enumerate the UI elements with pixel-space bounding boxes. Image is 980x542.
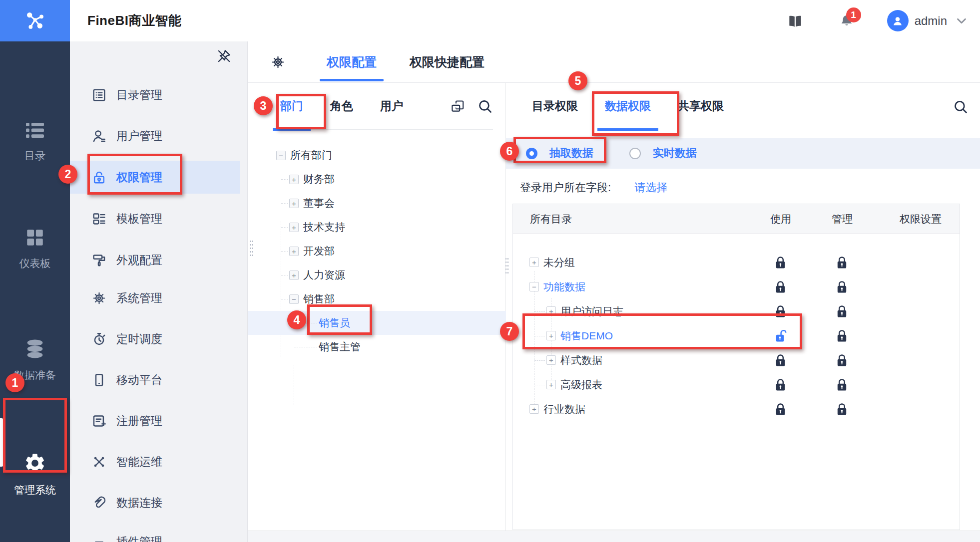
tree-expander-minus-icon[interactable]: − — [289, 294, 299, 304]
primary-nav-管理系统[interactable]: 管理系统 — [0, 452, 70, 497]
admin-menu-用户管理[interactable]: 用户管理 — [70, 119, 240, 152]
panel-resize-handle[interactable] — [505, 257, 509, 275]
admin-menu-数据连接[interactable]: 数据连接 — [70, 486, 240, 519]
tree-expander-plus-icon[interactable]: + — [289, 223, 299, 232]
lock-closed-icon[interactable] — [775, 280, 786, 293]
catalog-row-销售DEMO[interactable]: +销售DEMO — [513, 323, 960, 348]
book-icon[interactable] — [787, 13, 803, 29]
bell-icon[interactable]: 1 — [839, 13, 854, 28]
dept-tree-item-销售部[interactable]: −销售部 — [248, 287, 506, 311]
tree-item-label: 技术支持 — [303, 220, 345, 234]
admin-menu-注册管理[interactable]: 注册管理 — [70, 404, 240, 437]
dept-tree-item-人力资源[interactable]: +人力资源 — [248, 263, 506, 287]
admin-menu-插件管理[interactable]: 插件管理 — [70, 525, 240, 542]
tree-item-label: 销售员 — [319, 316, 350, 330]
admin-menu-外观配置[interactable]: 外观配置 — [70, 244, 240, 276]
lock-closed-icon[interactable] — [775, 378, 786, 391]
app-logo[interactable] — [0, 0, 70, 41]
mobile-icon — [91, 372, 107, 388]
admin-menu-目录管理[interactable]: 目录管理 — [70, 78, 240, 111]
search-icon[interactable] — [477, 98, 493, 114]
dept-tree-item-销售主管[interactable]: 销售主管 — [248, 335, 506, 359]
catalog-row-未分组[interactable]: +未分组 — [513, 250, 960, 274]
lock-closed-icon[interactable] — [775, 256, 786, 269]
tree-expander-plus-icon[interactable]: + — [289, 271, 299, 280]
grid-icon — [0, 227, 70, 248]
tree-expander-minus-icon[interactable]: − — [276, 151, 286, 160]
admin-menu-label: 注册管理 — [116, 413, 162, 429]
admin-menu-权限管理[interactable]: 权限管理 — [70, 161, 240, 194]
unlock-open-icon[interactable] — [775, 329, 788, 342]
catalog-row-高级报表[interactable]: +高级报表 — [513, 372, 960, 397]
radio-实时数据[interactable]: 实时数据 — [629, 146, 697, 161]
lock-closed-icon[interactable] — [837, 353, 847, 367]
lock-closed-icon[interactable] — [837, 280, 847, 293]
admin-menu-系统管理[interactable]: 系统管理 — [70, 281, 240, 314]
tree-connector — [534, 385, 545, 385]
chevron-down-icon[interactable] — [954, 13, 969, 28]
permission-tab-数据权限[interactable]: 数据权限 — [597, 83, 658, 130]
search-icon[interactable] — [953, 99, 969, 115]
dept-tree-item-所有部门[interactable]: −所有部门 — [248, 143, 506, 167]
lock-closed-icon[interactable] — [837, 256, 847, 269]
tree-connector — [294, 347, 317, 347]
lock-closed-icon[interactable] — [775, 402, 786, 416]
lock-closed-icon[interactable] — [837, 402, 847, 416]
catalog-row-样式数据[interactable]: +样式数据 — [513, 348, 960, 372]
primary-nav-仪表板[interactable]: 仪表板 — [0, 227, 70, 271]
lock-closed-icon[interactable] — [775, 353, 786, 367]
tree-expander-plus-icon[interactable]: + — [546, 331, 556, 340]
admin-menu-定时调度[interactable]: 定时调度 — [70, 322, 240, 355]
pin-off-icon[interactable] — [216, 48, 232, 64]
avatar[interactable] — [887, 10, 909, 31]
user-name[interactable]: admin — [915, 14, 947, 28]
settings-gear-icon[interactable] — [270, 54, 286, 70]
main-tab-权限快捷配置[interactable]: 权限快捷配置 — [403, 41, 491, 83]
catalog-row-功能数据[interactable]: −功能数据 — [513, 274, 960, 299]
admin-menu-移动平台[interactable]: 移动平台 — [70, 363, 240, 396]
subject-tab-部门[interactable]: 部门 — [273, 83, 311, 130]
permission-tab-共享权限[interactable]: 共享权限 — [670, 83, 731, 130]
dept-tree-item-董事会[interactable]: +董事会 — [248, 191, 506, 215]
tree-expander-minus-icon[interactable]: − — [529, 282, 539, 291]
tree-expander-plus-icon[interactable]: + — [546, 306, 556, 316]
admin-menu-模板管理[interactable]: 模板管理 — [70, 202, 240, 235]
list-icon — [0, 120, 70, 140]
annotation-badge-6: 6 — [500, 142, 519, 161]
login-field-select[interactable]: 请选择 — [634, 180, 667, 195]
catalog-row-行业数据[interactable]: +行业数据 — [513, 397, 960, 421]
lock-closed-icon[interactable] — [837, 304, 847, 318]
subject-tab-用户[interactable]: 用户 — [373, 83, 411, 130]
lock-closed-icon[interactable] — [837, 378, 847, 391]
radio-unselected-icon[interactable] — [629, 148, 641, 159]
catalog-row-用户访问日志[interactable]: +用户访问日志 — [513, 299, 960, 323]
person-icon — [891, 14, 904, 27]
tree-expander-plus-icon[interactable]: + — [529, 404, 539, 414]
tree-expander-plus-icon[interactable]: + — [546, 355, 556, 365]
admin-menu-智能运维[interactable]: 智能运维 — [70, 445, 240, 478]
radio-抽取数据[interactable]: 抽取数据 — [526, 146, 593, 161]
lock-stack-icon[interactable] — [450, 98, 466, 114]
dept-tree-item-开发部[interactable]: +开发部 — [248, 239, 506, 263]
main-tab-权限配置[interactable]: 权限配置 — [320, 41, 384, 83]
admin-menu-label: 定时调度 — [116, 331, 162, 347]
lock-closed-icon[interactable] — [775, 304, 786, 318]
tree-expander-plus-icon[interactable]: + — [289, 199, 299, 208]
tree-connector — [281, 275, 288, 275]
primary-nav-目录[interactable]: 目录 — [0, 120, 70, 163]
tree-expander-plus-icon[interactable]: + — [546, 380, 556, 389]
tree-expander-plus-icon[interactable]: + — [529, 258, 539, 267]
ops-icon — [91, 454, 107, 470]
molecule-icon — [22, 8, 48, 34]
subject-tab-角色[interactable]: 角色 — [323, 83, 361, 130]
dept-tree-item-销售员[interactable]: 销售员 — [248, 311, 506, 335]
radio-selected-icon[interactable] — [526, 148, 537, 159]
panel-resize-handle[interactable] — [249, 240, 253, 258]
tree-expander-plus-icon[interactable]: + — [289, 247, 299, 256]
dept-tree-item-财务部[interactable]: +财务部 — [248, 167, 506, 191]
dept-tree-item-技术支持[interactable]: +技术支持 — [248, 215, 506, 239]
catalog-permission-table: 所有目录 使用 管理 权限设置 +未分组 −功能数据 +用户访问日志 +销售DE… — [512, 204, 960, 530]
lock-closed-icon[interactable] — [837, 329, 847, 342]
tree-expander-plus-icon[interactable]: + — [289, 175, 299, 184]
catalog-label: 未分组 — [543, 256, 575, 270]
